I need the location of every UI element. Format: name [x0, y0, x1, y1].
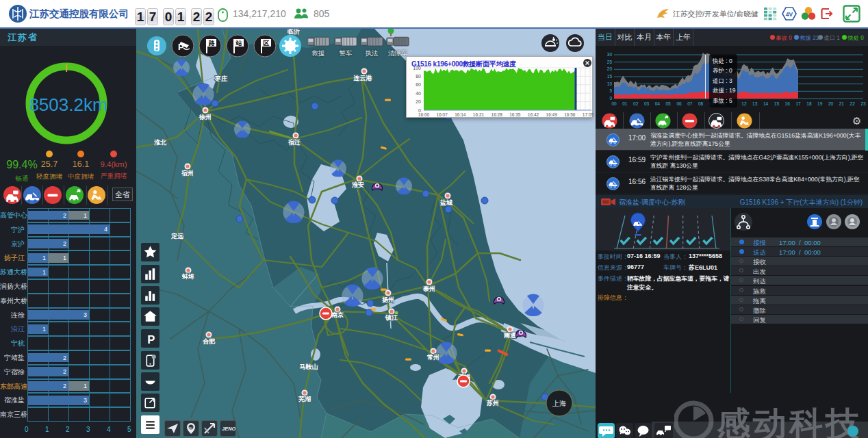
svg-text:16:42: 16:42 — [528, 112, 539, 117]
svg-text:30: 30 — [607, 52, 613, 57]
svg-text:15: 15 — [607, 74, 613, 79]
svg-text:18: 18 — [806, 101, 812, 106]
svg-text:10: 10 — [607, 81, 613, 86]
svg-text:07: 07 — [687, 101, 693, 106]
svg-text:22: 22 — [850, 101, 856, 106]
svg-text:4V: 4V — [786, 11, 793, 18]
svg-text:06: 06 — [676, 101, 682, 106]
svg-text:04: 04 — [655, 101, 661, 106]
svg-text:16:56: 16:56 — [564, 112, 576, 117]
svg-text:JENO: JENO — [222, 426, 235, 432]
svg-text:定远: 定远 — [170, 233, 184, 240]
svg-text:20: 20 — [828, 101, 834, 106]
svg-text:徐州: 徐州 — [199, 114, 212, 120]
svg-text:5: 5 — [609, 88, 612, 93]
svg-text:P: P — [147, 333, 155, 346]
svg-text:上海: 上海 — [552, 400, 566, 407]
svg-text:100: 100 — [413, 66, 421, 70]
svg-text:15: 15 — [774, 101, 780, 106]
svg-text:25: 25 — [607, 60, 613, 64]
svg-text:16:35: 16:35 — [509, 112, 521, 117]
svg-text:合肥: 合肥 — [203, 338, 216, 345]
svg-text:16:14: 16:14 — [455, 112, 466, 117]
svg-text:08: 08 — [698, 101, 704, 106]
svg-text:16:49: 16:49 — [546, 112, 558, 117]
svg-text:21: 21 — [839, 101, 845, 106]
svg-text:镇江: 镇江 — [385, 314, 398, 321]
svg-text:16:28: 16:28 — [492, 112, 503, 117]
svg-text:16: 16 — [785, 101, 791, 106]
svg-text:路: 路 — [209, 40, 216, 47]
svg-text:00: 00 — [611, 101, 617, 106]
svg-text:盐城: 盐城 — [439, 199, 452, 206]
svg-text:0: 0 — [609, 96, 612, 101]
svg-text:80: 80 — [416, 74, 421, 79]
svg-text:05: 05 — [665, 101, 671, 106]
svg-text:宿州: 宿州 — [181, 170, 194, 177]
svg-text:南通: 南通 — [504, 332, 517, 339]
svg-text:宿迁: 宿迁 — [288, 139, 301, 146]
svg-text:20: 20 — [416, 99, 421, 104]
svg-text:站: 站 — [235, 40, 242, 47]
svg-text:枣庄: 枣庄 — [214, 75, 227, 82]
svg-text:60: 60 — [416, 82, 421, 87]
svg-text:cu: cu — [189, 426, 193, 430]
svg-text:连云港: 连云港 — [353, 75, 373, 81]
svg-text:02: 02 — [633, 101, 639, 106]
svg-text:泰州: 泰州 — [422, 285, 435, 292]
svg-text:23: 23 — [860, 101, 866, 106]
svg-text:17: 17 — [795, 101, 801, 106]
svg-text:扬州: 扬州 — [381, 296, 394, 303]
svg-text:01: 01 — [622, 101, 628, 106]
svg-text:19: 19 — [817, 101, 823, 106]
svg-text:12: 12 — [741, 101, 747, 106]
svg-text:区: 区 — [264, 40, 270, 47]
svg-text:20: 20 — [607, 66, 613, 71]
svg-text:南京: 南京 — [331, 311, 344, 318]
svg-text:14: 14 — [763, 101, 769, 106]
svg-text:13: 13 — [752, 101, 758, 106]
svg-text:17:05: 17:05 — [583, 112, 593, 117]
svg-text:淮北: 淮北 — [154, 139, 167, 146]
svg-text:芜湖: 芜湖 — [298, 396, 311, 402]
svg-text:苏州: 苏州 — [486, 400, 499, 407]
svg-text:淮安: 淮安 — [352, 181, 364, 188]
svg-text:40: 40 — [416, 91, 421, 96]
svg-text:常州: 常州 — [427, 354, 439, 361]
svg-text:16:00: 16:00 — [418, 112, 430, 117]
svg-text:16:07: 16:07 — [437, 112, 448, 117]
svg-text:感动科技: 感动科技 — [716, 405, 862, 438]
svg-text:蚌埠: 蚌埠 — [181, 273, 194, 280]
svg-text:马鞍山: 马鞍山 — [300, 363, 318, 370]
svg-text:16:21: 16:21 — [473, 112, 485, 117]
svg-text:03: 03 — [644, 101, 650, 106]
